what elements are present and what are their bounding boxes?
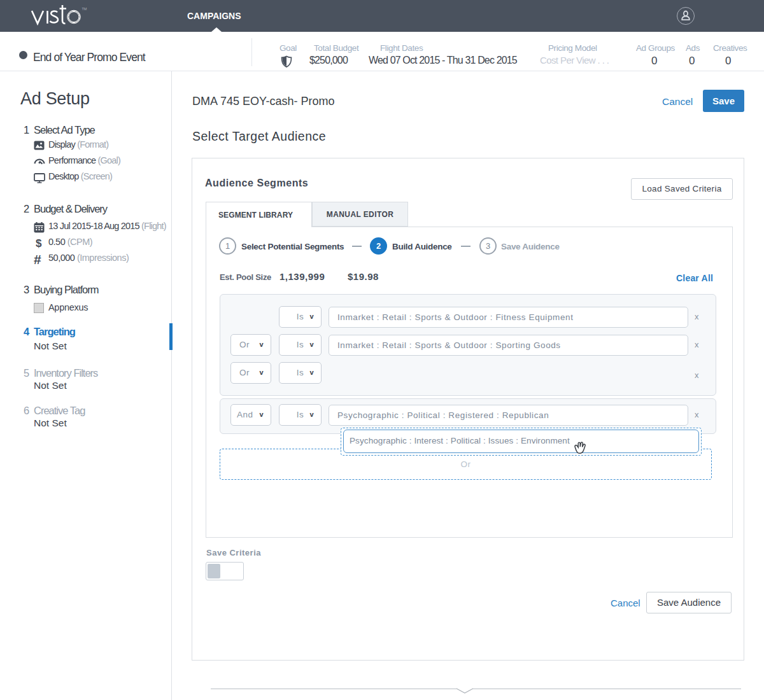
svg-text:TM: TM xyxy=(82,7,87,11)
